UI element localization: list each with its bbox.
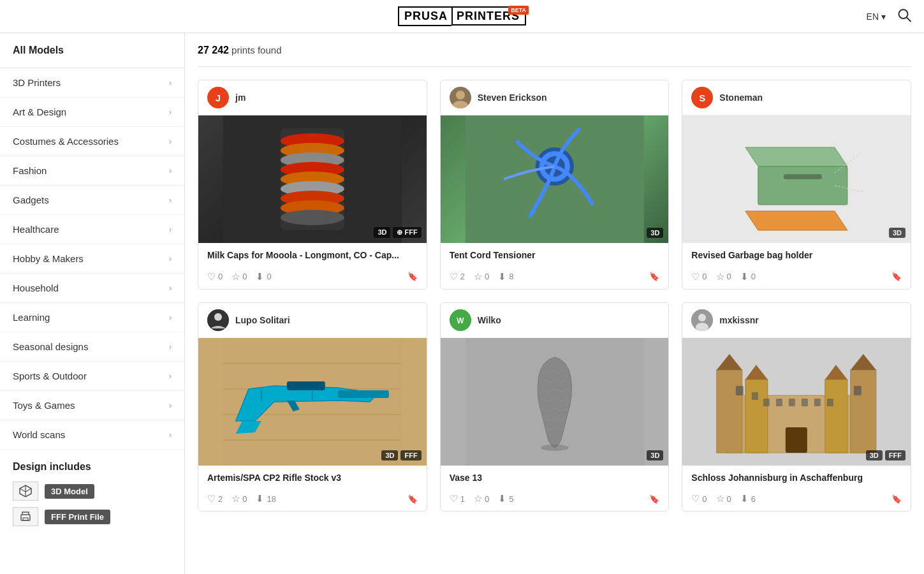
star-icon: ☆ — [474, 271, 482, 283]
svg-rect-47 — [717, 370, 742, 453]
card-milk-caps[interactable]: J jm — [198, 80, 427, 290]
card-header: Steven Erickson — [441, 80, 669, 115]
sidebar-item-learning[interactable]: Learning › — [0, 303, 184, 332]
language-selector[interactable]: EN ▾ — [867, 11, 886, 22]
like-button[interactable]: ♡ 0 — [691, 271, 707, 283]
star-button[interactable]: ☆ 0 — [716, 271, 731, 283]
sidebar-item-seasonal[interactable]: Seasonal designs › — [0, 332, 184, 362]
download-count: 0 — [751, 272, 756, 281]
sidebar-item-costumes[interactable]: Costumes & Accessories › — [0, 127, 184, 156]
username: jm — [235, 92, 246, 103]
svg-rect-56 — [854, 386, 862, 395]
card-tent-cord[interactable]: Steven Erickson 3D — [440, 80, 670, 290]
card-vase-13[interactable]: W Wilko — [440, 302, 670, 512]
star-button[interactable]: ☆ 0 — [716, 493, 731, 504]
sidebar-item-3d-printers[interactable]: 3D Printers › — [0, 68, 184, 98]
results-suffix: prints found — [231, 45, 281, 55]
card-header: W Wilko — [441, 303, 669, 338]
like-button[interactable]: ♡ 1 — [450, 493, 465, 504]
card-thumbnail: 3D — [441, 115, 669, 243]
star-count: 0 — [485, 494, 489, 504]
like-button[interactable]: ♡ 2 — [450, 271, 465, 283]
download-button[interactable]: ⬇ 18 — [256, 493, 275, 504]
search-button[interactable] — [897, 8, 911, 25]
heart-icon: ♡ — [450, 271, 458, 283]
bookmark-button[interactable]: 🔖 — [891, 272, 902, 281]
card-header: Lupo Solitari — [198, 303, 427, 338]
heart-icon: ♡ — [207, 493, 216, 504]
cards-grid: J jm — [198, 80, 911, 511]
main-layout: All Models 3D Printers › Art & Design › … — [0, 33, 924, 574]
avatar — [691, 309, 713, 331]
language-chevron-icon: ▾ — [881, 11, 886, 22]
design-include-3d-model[interactable]: 3D Model — [13, 482, 172, 501]
download-button[interactable]: ⬇ 5 — [498, 493, 513, 504]
download-button[interactable]: ⬇ 8 — [498, 271, 513, 283]
download-count: 8 — [509, 272, 513, 281]
chevron-down-icon: › — [169, 254, 172, 263]
svg-rect-23 — [784, 174, 822, 179]
download-icon: ⬇ — [498, 493, 506, 504]
card-garbage-bag[interactable]: S Stoneman — [682, 80, 911, 290]
bookmark-button[interactable]: 🔖 — [891, 494, 902, 504]
download-button[interactable]: ⬇ 0 — [256, 271, 271, 283]
card-thumbnail: 3D — [682, 115, 911, 243]
avatar: S — [691, 87, 713, 108]
header: PRUSA PRINTERS BETA EN ▾ — [0, 0, 924, 33]
logo[interactable]: PRUSA PRINTERS BETA — [398, 6, 526, 26]
download-icon: ⬇ — [256, 271, 264, 283]
like-button[interactable]: ♡ 0 — [691, 493, 707, 504]
svg-marker-21 — [745, 147, 847, 166]
star-button[interactable]: ☆ 0 — [474, 271, 489, 283]
sidebar-item-label: Hobby & Makers — [13, 253, 84, 264]
sidebar-all-models[interactable]: All Models — [0, 33, 184, 68]
star-button[interactable]: ☆ 0 — [474, 493, 489, 504]
sidebar-item-fashion[interactable]: Fashion › — [0, 156, 184, 186]
download-count: 5 — [509, 494, 513, 504]
like-button[interactable]: ♡ 0 — [207, 271, 223, 283]
star-icon: ☆ — [716, 271, 724, 283]
language-label: EN — [867, 11, 879, 22]
card-artemis-rifle[interactable]: Lupo Solitari — [198, 302, 427, 512]
card-header: S Stoneman — [682, 80, 911, 115]
sidebar-item-gadgets[interactable]: Gadgets › — [0, 186, 184, 215]
svg-rect-59 — [776, 399, 782, 406]
sidebar-item-world-scans[interactable]: World scans › — [0, 420, 184, 450]
avatar — [207, 309, 229, 331]
design-include-fff[interactable]: FFF Print File — [13, 507, 172, 526]
like-button[interactable]: ♡ 2 — [207, 493, 223, 504]
sidebar-item-toys-games[interactable]: Toys & Games › — [0, 391, 184, 420]
star-icon: ☆ — [716, 493, 724, 504]
svg-marker-24 — [745, 211, 847, 230]
sidebar-item-healthcare[interactable]: Healthcare › — [0, 215, 184, 244]
chevron-down-icon: › — [169, 342, 172, 351]
star-icon: ☆ — [231, 493, 240, 504]
download-count: 6 — [751, 494, 756, 504]
download-button[interactable]: ⬇ 6 — [740, 493, 756, 504]
star-button[interactable]: ☆ 0 — [231, 271, 247, 283]
chevron-down-icon: › — [169, 372, 172, 381]
card-actions: ♡ 0 ☆ 0 ⬇ 0 🔖 — [198, 266, 427, 289]
sidebar-item-sports-outdoor[interactable]: Sports & Outdoor › — [0, 362, 184, 391]
bookmark-button[interactable]: 🔖 — [407, 494, 418, 504]
avatar: J — [207, 87, 229, 108]
bookmark-button[interactable]: 🔖 — [407, 272, 418, 281]
download-button[interactable]: ⬇ 0 — [740, 271, 756, 283]
card-title: Vase 13 — [450, 472, 660, 485]
bookmark-button[interactable]: 🔖 — [649, 494, 659, 504]
star-count: 0 — [242, 272, 247, 281]
card-badges: 3D FFF — [381, 450, 421, 460]
sidebar-item-household[interactable]: Household › — [0, 274, 184, 303]
sidebar-item-hobby-makers[interactable]: Hobby & Makers › — [0, 244, 184, 274]
chevron-down-icon: › — [169, 225, 172, 234]
star-button[interactable]: ☆ 0 — [231, 493, 247, 504]
card-thumbnail: 3D ⊕ FFF — [198, 115, 427, 243]
sidebar-item-label: Household — [13, 283, 59, 293]
svg-point-16 — [453, 101, 468, 108]
sidebar-item-art-design[interactable]: Art & Design › — [0, 98, 184, 127]
bookmark-button[interactable]: 🔖 — [649, 272, 659, 281]
card-schloss[interactable]: mxkissnr — [682, 302, 911, 512]
username: mxkissnr — [719, 315, 758, 325]
download-icon: ⬇ — [498, 271, 506, 283]
svg-rect-50 — [851, 370, 876, 453]
